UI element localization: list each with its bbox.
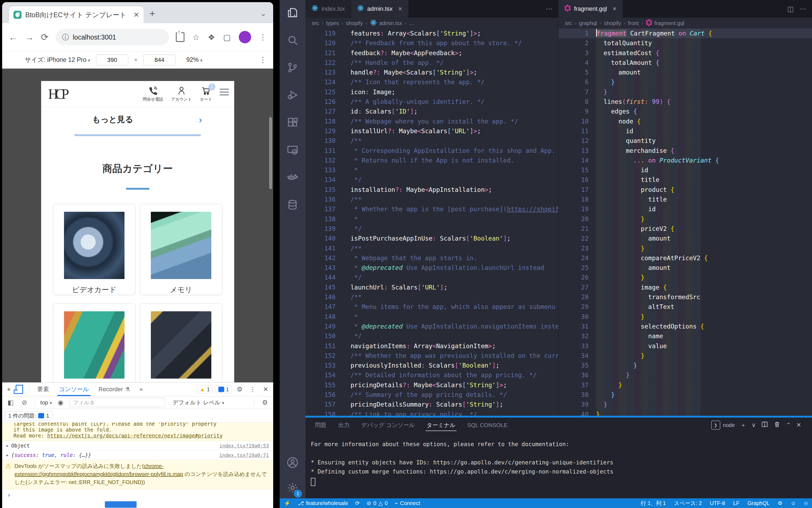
account-icon[interactable] — [286, 456, 299, 470]
docker-icon[interactable] — [286, 171, 299, 184]
status-item[interactable]: GraphQL — [748, 500, 769, 506]
nav-item-phone[interactable]: 問合せ電話 — [143, 86, 163, 102]
clear-console-icon[interactable]: ⊘ — [19, 399, 29, 406]
console-entry-object[interactable]: ▶ Object index.tsx?19a0:53 — [2, 441, 273, 451]
tab-elements[interactable]: 要素 — [34, 383, 53, 396]
editor-more-icon[interactable]: ⋯ — [800, 5, 807, 13]
database-icon[interactable] — [286, 199, 299, 212]
devtools-settings-icon[interactable]: ⚙ — [234, 386, 245, 393]
device-zoom-select[interactable]: 92%▾ — [186, 56, 202, 64]
context-selector[interactable]: top▾ — [40, 399, 52, 406]
page-scrollbar[interactable] — [269, 117, 272, 189]
browser-menu-icon[interactable]: ⋮ — [259, 33, 267, 42]
tab-close-icon[interactable]: ✕ — [398, 6, 402, 12]
more-tabs-icon[interactable]: » — [136, 383, 147, 396]
kill-terminal-icon[interactable] — [773, 421, 780, 429]
feedback-icon[interactable]: ☺ — [791, 500, 796, 506]
new-terminal-icon[interactable]: ＋ — [740, 421, 746, 429]
extensions-icon[interactable]: ❖ — [208, 33, 215, 42]
status-settings-icon[interactable]: ⚙ — [777, 500, 782, 506]
editor-more-icon[interactable]: ⋯ — [546, 5, 553, 13]
notifications-bell-icon[interactable]: ⍾ — [804, 500, 808, 506]
browser-tab[interactable]: BtoB向けECサイト テンプレート ✕ — [9, 6, 144, 23]
terminal-output[interactable]: For more information about these options… — [305, 433, 812, 487]
breadcrumb-item[interactable]: … — [409, 20, 414, 26]
breadcrumb-item[interactable]: shopify — [604, 20, 621, 26]
new-tab-button[interactable]: + — [149, 8, 155, 19]
devtools-close-icon[interactable]: ✕ — [261, 386, 271, 393]
maximize-panel-icon[interactable]: ⌃ — [786, 422, 791, 429]
panel-tab-ターミナル[interactable]: ターミナル — [422, 418, 460, 433]
category-card[interactable]: ビデオカード — [53, 204, 136, 295]
settings-gear-icon[interactable]: 1 — [286, 482, 299, 495]
expand-arrow-icon[interactable]: ▶ — [6, 453, 9, 457]
device-select[interactable]: サイズ: iPhone 12 Pro▾ — [25, 56, 90, 64]
more-link[interactable]: もっと見る › — [41, 107, 234, 125]
console-sidebar-icon[interactable]: ◧ — [5, 399, 16, 406]
breadcrumb-item[interactable]: fragment.gql — [646, 19, 684, 28]
connect-item[interactable]: ⌁Connect — [395, 500, 420, 506]
back-button[interactable]: ← — [9, 32, 18, 43]
tab-search-chevron-icon[interactable]: ⌄ — [260, 9, 266, 18]
problems-item[interactable]: ⊘0△0 — [367, 500, 388, 506]
panel-tab-デバッグ コンソール[interactable]: デバッグ コンソール — [356, 418, 420, 433]
breadcrumb[interactable]: src›types›shopify›admin.tsx›… — [305, 18, 558, 29]
forward-button[interactable]: → — [25, 32, 34, 43]
close-panel-icon[interactable]: ✕ — [797, 422, 801, 429]
share-icon[interactable] — [176, 32, 184, 42]
site-info-icon[interactable]: ⓘ — [62, 33, 69, 42]
terminal-process-chip[interactable]: ❯node — [711, 421, 735, 430]
tab-close-icon[interactable]: ✕ — [133, 11, 139, 19]
nav-item-person[interactable]: アカウント — [171, 86, 192, 102]
editor-tab-index-tsx[interactable]: index.tsx — [305, 0, 351, 18]
category-card[interactable]: フラッシュメモリ — [140, 303, 222, 382]
expand-arrow-icon[interactable]: ▶ — [6, 444, 9, 448]
panel-tab-問題[interactable]: 問題 — [310, 418, 331, 433]
category-card[interactable]: ハードディスク — [53, 303, 136, 382]
run-debug-icon[interactable] — [286, 89, 299, 102]
profile-avatar[interactable] — [239, 31, 251, 43]
devtools-menu-icon[interactable]: ⋮ — [247, 386, 258, 393]
tab-console[interactable]: コンソール — [55, 383, 93, 396]
status-item[interactable]: LF — [733, 500, 739, 506]
inspect-element-icon[interactable]: ⌖ — [5, 386, 13, 393]
tab-recorder[interactable]: Recorder⚗ — [95, 383, 134, 396]
source-control-icon[interactable] — [286, 61, 299, 75]
bookmark-star-icon[interactable]: ☆ — [193, 33, 200, 42]
issues-chip[interactable]: 1 件の問題: 1 — [5, 411, 53, 421]
panel-tab-出力[interactable]: 出力 — [333, 418, 354, 433]
search-icon[interactable] — [286, 34, 299, 47]
site-logo[interactable]: HCP — [48, 86, 74, 102]
tab-close-icon[interactable]: ✕ — [612, 6, 617, 12]
status-item[interactable]: UTF-8 — [710, 500, 725, 506]
breadcrumb-item[interactable]: types — [326, 20, 339, 26]
nav-item-cart[interactable]: 1カート — [200, 86, 212, 102]
breadcrumb[interactable]: src›graphql›shopify›front›fragment.gql — [559, 18, 812, 29]
reload-button[interactable]: ⟳ — [41, 32, 49, 43]
eye-icon[interactable]: ◉ — [56, 399, 65, 406]
breadcrumb-item[interactable]: graphql — [579, 20, 597, 26]
breadcrumb-item[interactable]: shopify — [346, 20, 363, 26]
breadcrumb-item[interactable]: front — [628, 20, 639, 26]
breadcrumb-item[interactable]: src — [312, 20, 319, 26]
device-toolbar-toggle-icon[interactable] — [15, 385, 23, 394]
console-prompt[interactable]: › — [2, 489, 273, 501]
editor-tab-fragment-gql[interactable]: fragment.gql✕ — [559, 0, 623, 18]
source-link[interactable]: index.tsx?19a0:71 — [220, 452, 269, 458]
address-bar[interactable]: ⓘ localhost:3001 — [56, 29, 169, 45]
hamburger-menu-icon[interactable] — [220, 88, 229, 95]
device-toolbar-menu-icon[interactable]: ⋮ — [259, 55, 267, 64]
remote-indicator[interactable]: ⚡ — [284, 500, 291, 506]
sync-icon[interactable]: ⟳ — [355, 500, 360, 506]
split-terminal-icon[interactable] — [761, 421, 768, 429]
source-link[interactable]: index.tsx?19a0:53 — [220, 443, 269, 449]
device-width-input[interactable]: 390 — [96, 55, 128, 66]
console-settings-icon[interactable]: ⚙ — [260, 399, 270, 406]
category-card[interactable]: メモリ — [140, 204, 222, 295]
breadcrumb-item[interactable]: admin.tsx — [370, 19, 402, 28]
console-filter-input[interactable]: フィルタ — [69, 398, 165, 407]
device-height-input[interactable]: 844 — [143, 55, 176, 66]
code-editor-gql[interactable]: 1fragment CartFragment on Cart {2 totalQ… — [559, 29, 812, 416]
status-item[interactable]: スペース: 2 — [674, 500, 702, 507]
issue-count-badge[interactable]: 1 — [216, 386, 232, 393]
